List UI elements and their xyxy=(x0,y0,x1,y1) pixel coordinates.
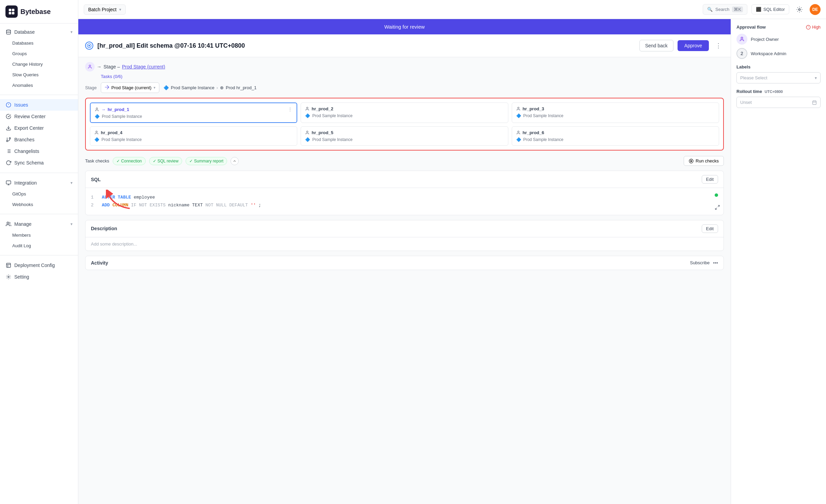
activity-more-button[interactable]: ••• xyxy=(713,260,718,266)
sidebar-item-sync-schema[interactable]: Sync Schema xyxy=(0,157,78,169)
sidebar-item-review-center[interactable]: Review Center xyxy=(0,111,78,122)
card-arrow: → xyxy=(101,107,106,112)
sidebar-item-integration[interactable]: Integration ▾ xyxy=(0,177,78,189)
check-summary-report-label: Summary report xyxy=(194,159,223,163)
svg-point-28 xyxy=(89,45,90,46)
approve-button[interactable]: Approve xyxy=(678,40,709,51)
review-center-icon xyxy=(5,113,12,120)
chevron-down-icon: ▾ xyxy=(70,180,73,185)
card-instance-name: Prod Sample Instance xyxy=(101,137,142,142)
logo-icon xyxy=(5,5,18,18)
sidebar-item-anomalies[interactable]: Anomalies xyxy=(0,80,78,91)
description-edit-button[interactable]: Edit xyxy=(702,224,718,233)
db-card-hr-prod-3[interactable]: hr_prod_3 🔷 Prod Sample Instance xyxy=(512,103,719,123)
sql-editor-button[interactable]: ⬛ SQL Editor xyxy=(751,4,789,14)
manage-icon xyxy=(5,221,12,227)
card-db-name: hr_prod_5 xyxy=(312,130,333,135)
description-section-title: Description xyxy=(91,226,117,231)
svg-point-34 xyxy=(307,131,308,132)
description-placeholder: Add some description... xyxy=(85,237,724,251)
labels-select[interactable]: Please Select ▾ xyxy=(736,72,821,83)
db-card-name: hr_prod_4 xyxy=(94,130,123,135)
breadcrumb-separator: › xyxy=(217,85,218,90)
db-card-hr-prod-1[interactable]: → hr_prod_1 ⋮ 🔷 Prod Sample Instance xyxy=(90,103,297,123)
rollout-input[interactable]: Unset xyxy=(736,97,821,108)
db-card-hr-prod-2[interactable]: hr_prod_2 🔷 Prod Sample Instance xyxy=(301,103,508,123)
card-instance-name: Prod Sample Instance xyxy=(523,137,563,142)
stage-row: Stage Prod Stage (current) ▾ 🔷 Prod Samp… xyxy=(85,82,724,93)
svg-point-30 xyxy=(96,108,97,109)
sidebar-item-changelists[interactable]: Changelists xyxy=(0,145,78,157)
sql-expand-button[interactable] xyxy=(715,205,720,211)
issues-icon xyxy=(5,102,12,108)
sidebar-item-manage[interactable]: Manage ▾ xyxy=(0,218,78,230)
project-selector[interactable]: Batch Project ▾ xyxy=(84,4,126,15)
sidebar-item-issues[interactable]: Issues xyxy=(0,99,78,111)
breadcrumb-instance: Prod Sample Instance xyxy=(171,85,215,90)
avatar[interactable]: DE xyxy=(810,4,821,15)
project-name: Batch Project xyxy=(88,7,116,12)
instance-icon-sm: 🔷 xyxy=(94,137,99,142)
activity-title: Activity xyxy=(91,260,108,266)
sidebar-item-audit-log[interactable]: Audit Log xyxy=(0,240,78,251)
sidebar-item-export-center[interactable]: Export Center xyxy=(0,122,78,134)
svg-rect-22 xyxy=(6,263,11,267)
sql-edit-button[interactable]: Edit xyxy=(702,175,718,184)
sidebar-item-slow-queries[interactable]: Slow Queries xyxy=(0,69,78,80)
approval-project-owner: Project Owner xyxy=(736,34,821,45)
sidebar-item-members[interactable]: Members xyxy=(0,230,78,240)
chevron-down-icon: ▾ xyxy=(154,85,156,90)
svg-point-21 xyxy=(7,222,9,224)
more-options-button[interactable]: ⋮ xyxy=(713,40,724,51)
approval-workspace-admin: 2 Workspace Admin xyxy=(736,48,821,59)
run-checks-button[interactable]: Run checks xyxy=(684,156,724,166)
tasks-link[interactable]: Tasks (0/6) xyxy=(101,74,123,79)
labels-title: Labels xyxy=(736,64,821,69)
svg-marker-37 xyxy=(691,160,692,162)
approval-flow-header: Approval flow High xyxy=(736,25,821,30)
sidebar-item-branches[interactable]: Branches xyxy=(0,134,78,145)
send-back-button[interactable]: Send back xyxy=(639,40,673,51)
svg-line-39 xyxy=(718,205,719,207)
svg-rect-18 xyxy=(6,181,11,184)
sidebar-item-groups[interactable]: Groups xyxy=(0,48,78,59)
db-card-name: hr_prod_6 xyxy=(516,130,544,135)
main-panel: Waiting for review [hr_prod_all] Edit sc… xyxy=(78,19,731,504)
instance-icon-sm: 🔷 xyxy=(305,137,310,142)
card-db-name: hr_prod_2 xyxy=(312,106,333,111)
db-card-hr-prod-4[interactable]: hr_prod_4 🔷 Prod Sample Instance xyxy=(90,126,297,146)
breadcrumb: 🔷 Prod Sample Instance › ⊕ Prod hr_prod_… xyxy=(163,85,257,90)
sidebar-item-database[interactable]: Database ▾ xyxy=(0,26,78,38)
svg-rect-3 xyxy=(12,12,14,14)
checks-expand-button[interactable] xyxy=(231,157,239,165)
description-section: Description Edit Add some description... xyxy=(85,220,724,251)
settings-button[interactable] xyxy=(793,3,806,16)
sidebar-item-webhooks[interactable]: Webhooks xyxy=(0,199,78,210)
search-box[interactable]: 🔍 Search ⌘K xyxy=(703,4,747,15)
approval-flow-label: Approval flow xyxy=(736,25,766,30)
db-card-instance: 🔷 Prod Sample Instance xyxy=(305,113,504,118)
sidebar-item-gitops[interactable]: GitOps xyxy=(0,189,78,199)
workspace-admin-num: 2 xyxy=(736,48,747,59)
sidebar-item-setting[interactable]: Setting xyxy=(0,271,78,283)
breadcrumb-db: Prod hr_prod_1 xyxy=(226,85,256,90)
logo[interactable]: Bytebase xyxy=(0,0,78,23)
search-icon: 🔍 xyxy=(707,7,713,12)
card-more-button[interactable]: ⋮ xyxy=(288,107,292,112)
sidebar-item-databases[interactable]: Databases xyxy=(0,38,78,48)
svg-point-11 xyxy=(6,140,8,142)
sidebar-item-change-history[interactable]: Change History xyxy=(0,59,78,69)
instance-icon-sm: 🔷 xyxy=(516,137,521,142)
sql-editor-label: SQL Editor xyxy=(763,7,785,12)
db-card-hr-prod-5[interactable]: hr_prod_5 🔷 Prod Sample Instance xyxy=(301,126,508,146)
high-label: High xyxy=(812,25,821,30)
stage-link[interactable]: Prod Stage (current) xyxy=(122,64,165,69)
stage-info: → Stage – Prod Stage (current) xyxy=(85,57,724,75)
svg-rect-0 xyxy=(9,9,11,11)
sidebar-item-deployment-config[interactable]: Deployment Config xyxy=(0,259,78,271)
card-db-name: hr_prod_4 xyxy=(101,130,123,135)
stage-dropdown[interactable]: Prod Stage (current) ▾ xyxy=(101,82,159,93)
search-shortcut: ⌘K xyxy=(732,6,743,12)
db-card-hr-prod-6[interactable]: hr_prod_6 🔷 Prod Sample Instance xyxy=(512,126,719,146)
instance-icon: 🔷 xyxy=(163,85,169,90)
